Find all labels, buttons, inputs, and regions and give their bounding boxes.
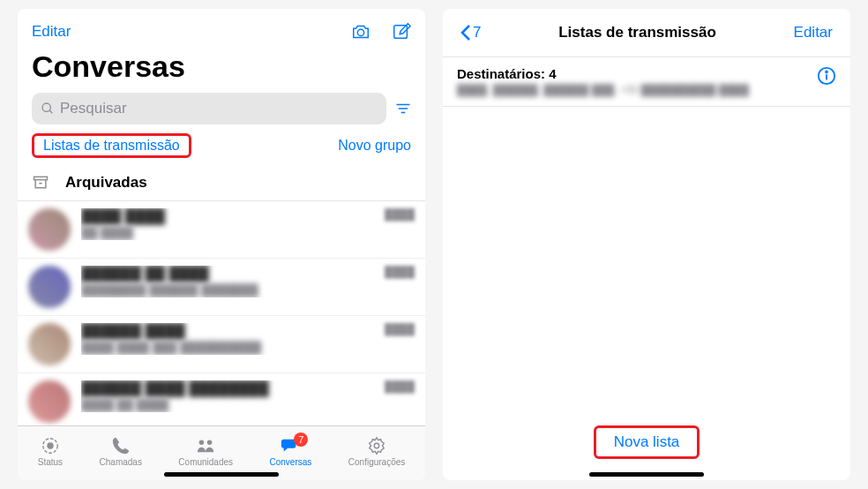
chat-name: ██████ ██ ████ xyxy=(81,266,209,282)
home-indicator[interactable] xyxy=(589,472,704,477)
chat-time: ████ xyxy=(385,266,415,278)
compose-icon[interactable] xyxy=(392,22,411,41)
svg-point-2 xyxy=(42,103,50,111)
svg-point-12 xyxy=(207,440,213,446)
chat-preview: ████ ████ ███ ██████████ xyxy=(81,341,261,354)
info-icon[interactable] xyxy=(817,66,836,86)
chat-preview: ██ ████ xyxy=(81,226,133,239)
gear-icon xyxy=(366,436,387,455)
broadcast-lists-link[interactable]: Listas de transmissão xyxy=(38,135,185,155)
svg-point-13 xyxy=(374,443,379,448)
highlight-broadcast: Listas de transmissão xyxy=(32,133,191,158)
back-count: 7 xyxy=(473,24,481,41)
chat-item[interactable]: ██████ ████ ████ ████ ███ ██████████ ███… xyxy=(18,316,425,373)
search-icon xyxy=(41,102,55,116)
svg-rect-7 xyxy=(34,177,48,179)
chevron-left-icon xyxy=(460,24,471,41)
chat-preview: ████ ██ ████ xyxy=(81,398,168,411)
tab-label: Configurações xyxy=(348,457,405,467)
chat-list: ████ ████ ██ ████ ████ ██████ ██ ████ ██… xyxy=(18,201,425,425)
filter-icon[interactable] xyxy=(395,102,411,116)
status-icon xyxy=(40,436,61,455)
archived-row[interactable]: Arquivadas xyxy=(18,165,425,201)
chat-item[interactable]: ██████ ████ ████████ ████ ██ ████ ████ xyxy=(18,373,425,425)
header-title: Listas de transmissão xyxy=(558,24,716,41)
recipients-names: ████, ██████, ██████ ███, +55 ██████████… xyxy=(457,84,749,96)
chat-time: ████ xyxy=(385,380,415,393)
tab-settings[interactable]: Configurações xyxy=(348,436,405,467)
chat-item[interactable]: ████ ████ ██ ████ ████ xyxy=(18,201,425,259)
edit-link[interactable]: Editar xyxy=(794,24,833,41)
tab-label: Status xyxy=(38,457,63,467)
page-title: Conversas xyxy=(32,49,411,84)
camera-icon[interactable] xyxy=(351,22,370,41)
edit-link[interactable]: Editar xyxy=(32,23,71,41)
svg-line-3 xyxy=(49,110,52,113)
chat-name: ██████ ████ ████████ xyxy=(81,380,269,396)
search-input[interactable]: Pesquisar xyxy=(32,93,386,124)
tab-label: Comunidades xyxy=(178,457,233,467)
chat-item[interactable]: ██████ ██ ████ ████████ ██████ ███████ █… xyxy=(18,259,425,316)
svg-point-0 xyxy=(357,29,363,35)
tab-label: Conversas xyxy=(270,457,312,467)
svg-point-16 xyxy=(826,71,827,73)
chat-time: ████ xyxy=(385,208,415,221)
avatar xyxy=(28,323,71,365)
chat-time: ████ xyxy=(385,323,415,335)
broadcast-list-item[interactable]: Destinatários: 4 ████, ██████, ██████ ██… xyxy=(443,56,850,107)
avatar xyxy=(28,380,71,423)
tab-chats[interactable]: 7 Conversas xyxy=(270,436,312,467)
back-button[interactable]: 7 xyxy=(460,24,481,41)
unread-badge: 7 xyxy=(294,433,308,447)
highlight-new-list: Nova lista xyxy=(594,425,700,459)
phone-icon xyxy=(110,436,131,455)
svg-point-11 xyxy=(199,440,205,446)
svg-point-10 xyxy=(47,442,53,448)
avatar xyxy=(28,266,71,308)
archived-label: Arquivadas xyxy=(65,174,147,192)
phone-left: Editar Conversas Pesquisar xyxy=(18,9,425,480)
communities-icon xyxy=(195,436,216,455)
home-indicator[interactable] xyxy=(164,472,279,477)
tab-calls[interactable]: Chamadas xyxy=(100,436,142,467)
recipients-count: Destinatários: 4 xyxy=(457,66,749,81)
tab-label: Chamadas xyxy=(100,457,142,467)
avatar xyxy=(28,208,71,251)
chat-name: ██████ ████ xyxy=(81,323,185,339)
phone-right: 7 Listas de transmissão Editar Destinatá… xyxy=(443,9,850,480)
tab-status[interactable]: Status xyxy=(38,436,63,467)
new-group-link[interactable]: Novo grupo xyxy=(338,138,411,154)
chat-name: ████ ████ xyxy=(81,208,165,224)
archive-icon xyxy=(32,174,49,192)
chat-preview: ████████ ██████ ███████ xyxy=(81,283,258,297)
new-list-link[interactable]: Nova lista xyxy=(614,433,680,450)
tab-communities[interactable]: Comunidades xyxy=(178,436,233,467)
search-placeholder: Pesquisar xyxy=(60,100,127,117)
